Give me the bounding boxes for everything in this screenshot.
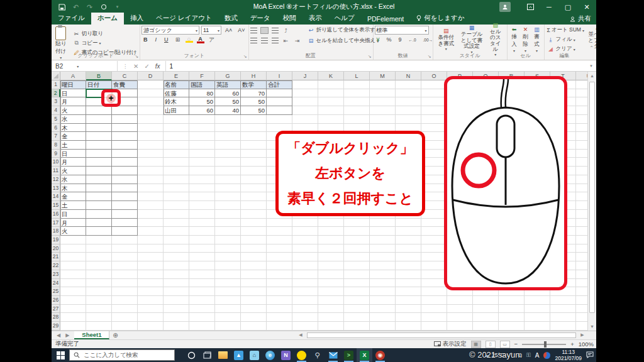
decrease-indent-icon[interactable]: ⇤ bbox=[282, 37, 290, 45]
increase-decimal-icon[interactable]: ←.0 bbox=[407, 38, 418, 42]
fb-more-icon[interactable]: ⋮ bbox=[123, 63, 128, 69]
cell-H2[interactable]: 70 bbox=[241, 89, 267, 98]
font-name-combo[interactable]: 游ゴシック▾ bbox=[142, 26, 199, 35]
sheet-tab-sheet1[interactable]: Sheet1 bbox=[74, 331, 109, 339]
scroll-down-icon[interactable]: ▼ bbox=[588, 322, 596, 331]
row-header-18[interactable]: 18 bbox=[52, 227, 60, 236]
column-header-O[interactable]: O bbox=[421, 72, 447, 80]
monitor-tray-icon[interactable]: ⧉ bbox=[518, 352, 521, 359]
row-header-3[interactable]: 3 bbox=[52, 97, 60, 106]
cell-C16[interactable] bbox=[112, 210, 138, 219]
view-page-layout-button[interactable]: ▯ bbox=[486, 341, 496, 348]
camera-recorder-icon[interactable]: ◉ bbox=[372, 348, 388, 362]
row-header-26[interactable]: 26 bbox=[52, 296, 60, 305]
formula-bar-expand-icon[interactable]: ▾ bbox=[586, 63, 596, 69]
people-icon[interactable]: ⚲ bbox=[309, 348, 325, 362]
row-header-22[interactable]: 22 bbox=[52, 261, 60, 270]
cut-button[interactable]: ✂切り取り bbox=[72, 30, 138, 38]
cell-C1[interactable]: 食費 bbox=[112, 80, 138, 89]
comma-style-icon[interactable]: 9 bbox=[397, 36, 404, 43]
hidden-icons-chevron[interactable]: ⌃ bbox=[509, 352, 514, 358]
hscroll-right-icon[interactable]: ▶ bbox=[579, 332, 586, 337]
ime-mode-indicator[interactable]: A bbox=[535, 352, 540, 359]
fill-color-icon[interactable]: ◌ bbox=[186, 36, 193, 43]
row-header-7[interactable]: 7 bbox=[52, 132, 60, 141]
qat-customize-icon[interactable]: ▾ bbox=[113, 3, 121, 11]
zoom-out-button[interactable]: − bbox=[514, 341, 518, 348]
cell-I3[interactable] bbox=[267, 97, 292, 106]
column-header-F[interactable]: F bbox=[189, 72, 215, 80]
add-sheet-button[interactable]: ⊕ bbox=[109, 331, 121, 339]
cell-G1[interactable]: 英語 bbox=[215, 80, 241, 89]
cell-A2[interactable]: 日 bbox=[60, 89, 86, 98]
cell-B5[interactable] bbox=[86, 115, 112, 124]
font-dialog-launcher[interactable]: ↘ bbox=[243, 54, 247, 59]
cell-E2[interactable]: 佐藤 bbox=[164, 89, 189, 98]
cell-C6[interactable] bbox=[112, 124, 138, 133]
row-header-4[interactable]: 4 bbox=[52, 106, 60, 115]
merge-center-button[interactable]: ⊟セルを結合して中央揃え▾ bbox=[306, 36, 382, 45]
cell-C4[interactable] bbox=[112, 106, 138, 115]
taskbar-clock[interactable]: 11:13 2021/07/09 bbox=[555, 349, 582, 361]
cell-C8[interactable] bbox=[112, 141, 138, 150]
cell-A13[interactable]: 木 bbox=[60, 184, 86, 193]
cell-A17[interactable]: 月 bbox=[60, 219, 86, 228]
touch-mode-icon[interactable] bbox=[99, 3, 108, 11]
column-header-J[interactable]: J bbox=[292, 72, 318, 80]
insert-cells-button[interactable]: ⬅挿入▾ bbox=[509, 25, 520, 53]
weather-widget[interactable]: ☁ 25°C bbox=[484, 352, 504, 358]
column-header-E[interactable]: E bbox=[164, 72, 189, 80]
color-sphere-tray-icon[interactable] bbox=[543, 352, 550, 359]
conditional-formatting-button[interactable]: ▤ 条件付き書式▾ bbox=[435, 26, 458, 52]
wrap-text-button[interactable]: ↩折り返して全体を表示する bbox=[306, 26, 382, 35]
cell-A1[interactable]: 曜日 bbox=[60, 80, 86, 89]
tell-me-box[interactable]: 何をしますか bbox=[410, 13, 470, 25]
formula-input[interactable]: 1 bbox=[166, 63, 586, 70]
column-header-I[interactable]: I bbox=[267, 72, 292, 80]
ribbon-display-options-icon[interactable] bbox=[521, 0, 540, 14]
cell-B9[interactable] bbox=[86, 150, 112, 158]
tab-formulas[interactable]: 数式 bbox=[218, 13, 244, 25]
row-header-27[interactable]: 27 bbox=[52, 305, 60, 314]
select-all-corner[interactable] bbox=[52, 72, 60, 80]
column-header-C[interactable]: C bbox=[112, 72, 138, 80]
namebox-dropdown-icon[interactable]: ▾ bbox=[77, 64, 79, 69]
number-format-combo[interactable]: 標準▾ bbox=[375, 26, 429, 35]
cell-B11[interactable] bbox=[86, 167, 112, 175]
cell-A18[interactable]: 火 bbox=[60, 227, 86, 236]
cell-C5[interactable] bbox=[112, 115, 138, 124]
tab-help[interactable]: ヘルプ bbox=[328, 13, 361, 25]
restore-button[interactable]: ▢ bbox=[558, 0, 577, 14]
align-center-icon[interactable] bbox=[261, 38, 268, 43]
number-dialog-launcher[interactable]: ↘ bbox=[428, 54, 431, 59]
yellow-app-icon[interactable] bbox=[294, 348, 309, 362]
insert-function-icon[interactable]: fx bbox=[155, 63, 160, 70]
column-header-A[interactable]: A bbox=[60, 72, 86, 80]
worksheet-grid[interactable]: ABCDEFGHIJKLMNOPQRSTU 123456789101112131… bbox=[52, 72, 587, 331]
zoom-in-button[interactable]: + bbox=[570, 341, 574, 348]
italic-button[interactable]: I bbox=[153, 36, 159, 43]
cell-E3[interactable]: 鈴木 bbox=[164, 97, 189, 106]
cell-B16[interactable] bbox=[86, 210, 112, 219]
row-header-21[interactable]: 21 bbox=[52, 253, 60, 261]
cell-B14[interactable] bbox=[86, 192, 112, 201]
mail-icon[interactable] bbox=[325, 348, 341, 362]
tab-view[interactable]: 表示 bbox=[303, 13, 328, 25]
cell-A7[interactable]: 金 bbox=[60, 132, 86, 141]
cell-B18[interactable] bbox=[86, 227, 112, 236]
cell-C9[interactable] bbox=[112, 150, 138, 158]
cell-H1[interactable]: 数学 bbox=[241, 80, 267, 89]
name-box[interactable]: B2 ▾ bbox=[52, 61, 118, 71]
bold-button[interactable]: B bbox=[142, 36, 150, 43]
notification-center-icon[interactable] bbox=[586, 351, 594, 359]
link-tray-icon[interactable]: ⚿ bbox=[526, 352, 531, 359]
delete-cells-button[interactable]: ✕削除▾ bbox=[520, 25, 531, 53]
tab-page-layout[interactable]: ページ レイアウト bbox=[150, 13, 218, 25]
cell-A15[interactable]: 土 bbox=[60, 201, 86, 210]
cell-C10[interactable] bbox=[112, 158, 138, 167]
row-header-6[interactable]: 6 bbox=[52, 124, 60, 133]
cell-B17[interactable] bbox=[86, 219, 112, 228]
cell-G4[interactable]: 40 bbox=[215, 106, 241, 115]
format-as-table-button[interactable]: ▦ テーブルとして書式設定▾ bbox=[458, 23, 486, 54]
underline-button[interactable]: U bbox=[162, 36, 170, 43]
